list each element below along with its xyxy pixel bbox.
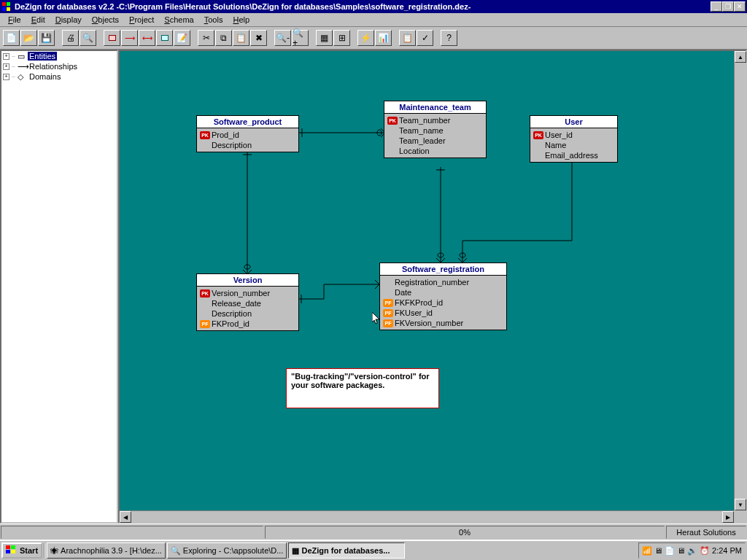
entity-attribute[interactable]: Name [533, 140, 614, 150]
start-button[interactable]: Start [1, 542, 42, 559]
entity-software-product[interactable]: Software_product PKProd_idDescription [196, 115, 299, 152]
clock[interactable]: 2:24 PM [712, 546, 742, 555]
minimize-button[interactable]: _ [711, 1, 722, 12]
attribute-label: Email_address [545, 151, 598, 160]
menu-project[interactable]: Project [124, 14, 159, 26]
scroll-right-button[interactable]: ▶ [722, 511, 734, 523]
task-dezign[interactable]: ▦DeZign for databases... [288, 542, 405, 559]
titlebar-text: DeZign for databases v2.2 -C:\Program Fi… [15, 2, 711, 11]
entity-attribute[interactable]: PKVersion_number [200, 288, 295, 298]
entity-attribute[interactable]: PKProd_id [200, 130, 295, 140]
fk-badge-icon: PF [383, 299, 393, 307]
tool-zoomout[interactable]: 🔍- [274, 30, 291, 46]
expand-icon[interactable]: + [3, 74, 9, 80]
tree-relationships[interactable]: + ┄ ⟶ Relationships [1, 61, 117, 71]
annotation-note[interactable]: "Bug-tracking"/"version-control" for you… [286, 368, 439, 408]
tool-copy[interactable]: ⧉ [215, 30, 232, 46]
menu-objects[interactable]: Objects [87, 14, 124, 26]
scroll-corner [734, 510, 746, 522]
tree-entities[interactable]: + ┄ ▭ Entities [1, 51, 117, 61]
tool-preview[interactable]: 🔍 [80, 30, 96, 46]
attribute-label: Description [212, 141, 252, 149]
expand-icon[interactable]: + [3, 63, 9, 70]
entity-attribute[interactable]: Date [383, 287, 503, 298]
entity-maintenance-team[interactable]: Maintenance_team PKTeam_numberTeam_nameT… [384, 101, 487, 158]
tool-delete[interactable]: ✖ [250, 30, 267, 46]
tray-icon[interactable]: 🔊 [687, 546, 697, 556]
tool-open[interactable]: 📂 [20, 30, 37, 46]
entity-attribute[interactable]: Location [387, 146, 483, 156]
maximize-button[interactable]: ❐ [722, 1, 734, 12]
scroll-up-button[interactable]: ▲ [735, 51, 746, 63]
menu-schema[interactable]: Schema [159, 14, 198, 26]
entity-attribute[interactable]: Team_leader [387, 136, 483, 146]
tool-grid[interactable]: ▦ [316, 30, 333, 46]
entity-software-registration[interactable]: Software_registration Registration_numbe… [379, 262, 507, 330]
tool-paste[interactable]: 📋 [233, 30, 249, 46]
entity-title: Maintenance_team [384, 101, 486, 114]
entity-attribute[interactable]: Email_address [533, 150, 614, 160]
entity-attribute[interactable]: Team_name [387, 125, 483, 136]
tool-print[interactable]: 🖨 [62, 30, 79, 46]
expand-icon[interactable]: + [3, 53, 9, 60]
tool-help[interactable]: ? [441, 30, 457, 46]
diagram-canvas[interactable]: Software_product PKProd_idDescription Ma… [118, 50, 747, 524]
entity-version[interactable]: Version PKVersion_numberRelease_dateDesc… [196, 273, 299, 331]
menu-tools[interactable]: Tools [199, 14, 228, 26]
menu-file[interactable]: File [3, 14, 26, 26]
entity-user[interactable]: User PKUser_idNameEmail_address [530, 115, 618, 163]
tray-icon[interactable]: 📄 [665, 546, 675, 556]
tool-cut[interactable]: ✂ [198, 30, 214, 46]
tree-domains[interactable]: + ┄ ◇ Domains [1, 71, 117, 82]
entity-attribute[interactable]: PKTeam_number [387, 115, 483, 125]
entity-attribute[interactable]: Description [200, 308, 295, 319]
tray-icon[interactable]: ⏰ [700, 546, 710, 556]
pk-badge-icon: PK [387, 117, 398, 125]
entity-title: Version [197, 274, 298, 287]
tray-icon[interactable]: 🖥 [677, 546, 685, 555]
entity-attribute[interactable]: PKUser_id [533, 130, 614, 140]
tool-snap[interactable]: ⊞ [333, 30, 350, 46]
entity-attribute[interactable]: Release_date [200, 298, 295, 308]
task-explorer[interactable]: 🔍Exploring - C:\appsolute\D... [167, 542, 287, 559]
entity-attribute[interactable]: PFFKUser_id [383, 308, 503, 318]
pk-badge-icon: PK [200, 289, 210, 298]
scrollbar-horizontal[interactable]: ◀ ▶ [120, 510, 734, 522]
entity-attribute[interactable]: Registration_number [383, 277, 503, 287]
scrollbar-vertical[interactable]: ▲ ▼ [734, 51, 746, 510]
tool-validate[interactable]: ✓ [417, 30, 433, 46]
tool-entity[interactable] [104, 30, 120, 46]
fk-badge-icon: PF [383, 309, 393, 317]
entity-attribute[interactable]: Description [200, 140, 295, 150]
entity-attribute[interactable]: PFFKProd_id [200, 319, 295, 329]
system-tray[interactable]: 📶 🖥 📄 🖥 🔊 ⏰ 2:24 PM [638, 542, 746, 559]
menu-display[interactable]: Display [50, 14, 87, 26]
entity-attribute[interactable]: PFFKFKProd_id [383, 298, 503, 308]
scroll-left-button[interactable]: ◀ [120, 511, 131, 523]
statusbar: 0% Heraut Solutions [0, 524, 747, 540]
tool-report[interactable]: 📊 [375, 30, 392, 46]
attribute-label: Name [545, 141, 566, 149]
task-arachnophilia[interactable]: 🕷Arachnophilia 3.9 - [H:\dez... [47, 542, 166, 559]
tool-zoomin[interactable]: 🔍+ [292, 30, 309, 46]
tool-relation2[interactable]: ⟷ [139, 30, 155, 46]
tool-new[interactable]: 📄 [3, 30, 20, 46]
attribute-label: Description [212, 309, 252, 318]
menu-help[interactable]: Help [228, 14, 255, 26]
tray-icon[interactable]: 📶 [642, 546, 652, 556]
menu-edit[interactable]: Edit [26, 14, 50, 26]
scroll-down-button[interactable]: ▼ [735, 499, 746, 510]
status-left [1, 526, 263, 539]
entity-attribute[interactable]: PFFKVersion_number [383, 318, 503, 328]
tool-note[interactable]: 📝 [174, 30, 190, 46]
tool-save[interactable]: 💾 [38, 30, 55, 46]
tool-check[interactable]: 📋 [399, 30, 416, 46]
app-icon: 🕷 [50, 546, 58, 555]
tool-generate[interactable]: ⚡ [357, 30, 374, 46]
folder-icon: ▭ [18, 52, 26, 61]
close-button[interactable]: ✕ [734, 1, 746, 12]
tray-icon[interactable]: 🖥 [654, 546, 662, 555]
sidebar-tree[interactable]: + ┄ ▭ Entities + ┄ ⟶ Relationships + ┄ ◇… [0, 50, 118, 524]
tool-relation[interactable]: ⟶ [121, 30, 138, 46]
tool-view[interactable] [156, 30, 173, 46]
